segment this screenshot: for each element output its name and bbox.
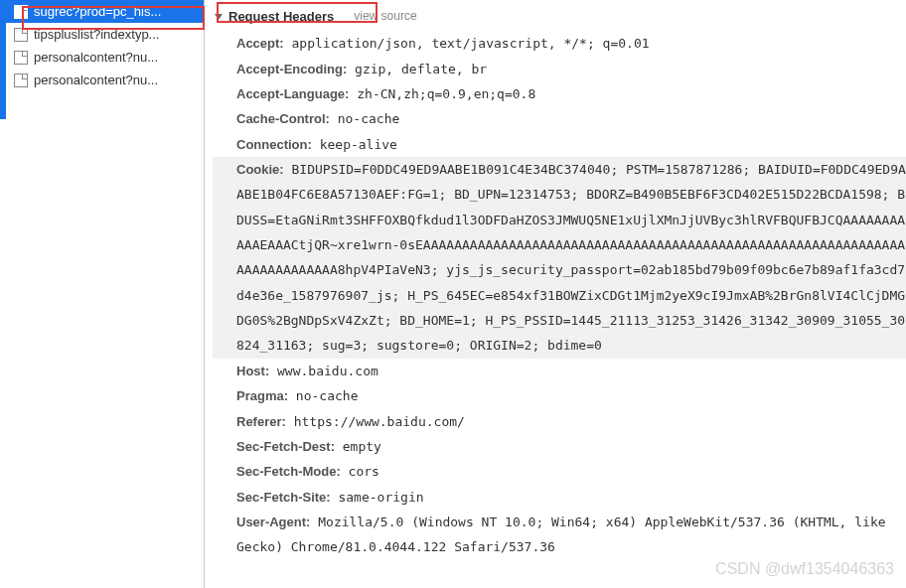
request-label: personalcontent?nu... xyxy=(34,73,158,87)
request-list-sidebar: sugrec?prod=pc_his... tipspluslist?index… xyxy=(6,0,205,588)
highlight-box-1 xyxy=(22,6,205,30)
header-cache-control: Cache-Control: no-cache xyxy=(213,106,906,131)
header-accept-language: Accept-Language: zh-CN,zh;q=0.9,en;q=0.8 xyxy=(213,81,906,106)
header-sec-fetch-dest: Sec-Fetch-Dest: empty xyxy=(213,434,906,459)
header-sec-fetch-site: Sec-Fetch-Site: same-origin xyxy=(213,485,906,510)
header-host: Host: www.baidu.com xyxy=(213,359,906,383)
request-label: personalcontent?nu... xyxy=(34,50,158,65)
header-cookie: Cookie: BIDUPSID=F0DDC49ED9AABE1B091C4E3… xyxy=(213,157,906,359)
file-icon xyxy=(14,74,28,87)
header-referer: Referer: https://www.baidu.com/ xyxy=(213,409,906,434)
watermark: CSDN @dwf1354046363 xyxy=(715,560,894,578)
header-accept: Accept: application/json, text/javascrip… xyxy=(213,31,906,56)
request-item-2[interactable]: personalcontent?nu... xyxy=(6,46,204,69)
header-accept-encoding: Accept-Encoding: gzip, deflate, br xyxy=(213,57,906,81)
headers-panel: Request Headers view source Accept: appl… xyxy=(205,0,906,588)
header-pragma: Pragma: no-cache xyxy=(213,383,906,408)
header-sec-fetch-mode: Sec-Fetch-Mode: cors xyxy=(213,459,906,484)
file-icon xyxy=(14,51,28,65)
header-connection: Connection: keep-alive xyxy=(213,132,906,157)
header-user-agent: User-Agent: Mozilla/5.0 (Windows NT 10.0… xyxy=(213,510,906,560)
request-item-3[interactable]: personalcontent?nu... xyxy=(6,69,204,91)
highlight-box-2 xyxy=(217,2,378,23)
